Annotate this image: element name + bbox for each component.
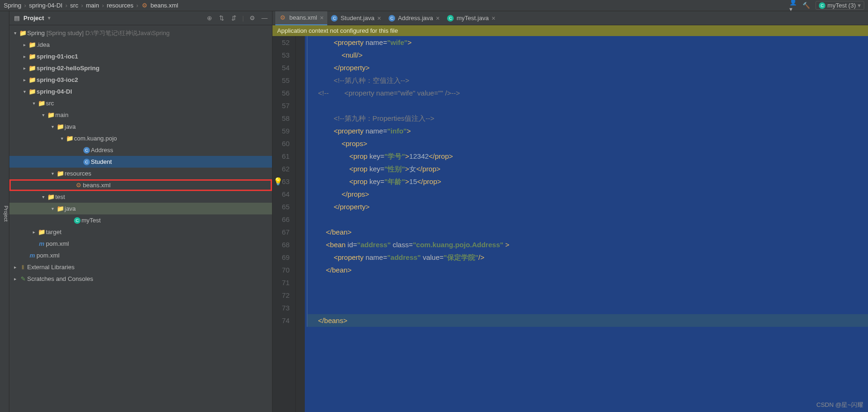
gutter: 5253545556575859606162💡63646566676869707…: [272, 36, 295, 412]
close-icon[interactable]: ×: [320, 14, 324, 22]
root-label: Spring: [27, 29, 45, 37]
breadcrumbs: Spring› spring-04-DI› src› main› resourc…: [4, 2, 789, 9]
build-icon[interactable]: 🔨: [802, 2, 810, 9]
lightbulb-icon[interactable]: 💡: [273, 175, 283, 188]
tree-external[interactable]: ▸⫴External Libraries: [9, 261, 272, 273]
tree-target[interactable]: ▸📁target: [9, 226, 272, 238]
project-panel-header: ▤ Project ▼ ⊕ ⇅ ⇵ | ⚙ —: [9, 11, 272, 25]
top-toolbar: Spring› spring-04-DI› src› main› resourc…: [0, 0, 868, 11]
tree-class-address[interactable]: CAddress: [9, 144, 272, 156]
tab-label: myTest.java: [456, 15, 489, 22]
tree-mod2[interactable]: ▸📁spring-02-helloSpring: [9, 62, 272, 74]
crumb[interactable]: main: [86, 2, 99, 9]
project-side-tab[interactable]: Project: [0, 11, 9, 412]
tree-idea[interactable]: ▸📁.idea: [9, 39, 272, 51]
tree-test[interactable]: ▾📁test: [9, 191, 272, 203]
kotlin-icon: C: [447, 15, 454, 22]
watermark: CSDN @星~闪耀: [817, 401, 863, 409]
tree-pom1[interactable]: mpom.xml: [9, 238, 272, 250]
crumb[interactable]: Spring: [4, 2, 22, 9]
tree-mod1[interactable]: ▸📁spring-01-ioc1: [9, 51, 272, 62]
tree-java[interactable]: ▾📁java: [9, 121, 272, 132]
tree-scratches[interactable]: ▸✎Scratches and Consoles: [9, 273, 272, 285]
panel-title: Project: [23, 15, 44, 22]
crumb[interactable]: beans.xml: [150, 2, 178, 9]
gear-icon[interactable]: ⚙: [249, 15, 256, 22]
crumb[interactable]: src: [70, 2, 78, 9]
user-icon[interactable]: 👤▾: [789, 2, 797, 9]
tree-test-java[interactable]: ▾📁java: [9, 203, 272, 214]
editor-area: ⚙beans.xml×CStudent.java×CAddress.java×C…: [272, 11, 868, 412]
kotlin-icon: C: [819, 2, 825, 9]
tree-mytest[interactable]: CmyTest: [9, 214, 272, 226]
toolbar-right: 👤▾ 🔨 C myTest (3) ▾: [789, 1, 864, 10]
crumb[interactable]: spring-04-DI: [29, 2, 63, 9]
close-icon[interactable]: ×: [377, 15, 381, 22]
hide-icon[interactable]: —: [261, 15, 268, 22]
tree-pom2[interactable]: mpom.xml: [9, 250, 272, 261]
close-icon[interactable]: ×: [436, 15, 440, 22]
editor-tab[interactable]: CStudent.java×: [327, 11, 384, 25]
tree-root[interactable]: ▾📁 Spring [Spring study] D:\学习笔记\狂神说Java…: [9, 27, 272, 39]
tree-pkg[interactable]: ▾📁com.kuang.pojo: [9, 132, 272, 144]
collapse-icon[interactable]: ⇵: [230, 15, 238, 22]
close-icon[interactable]: ×: [492, 15, 495, 22]
tab-label: Address.java: [398, 15, 433, 22]
root-path: D:\学习笔记\狂神说Java\Spring: [85, 29, 169, 37]
editor-tab[interactable]: ⚙beans.xml×: [275, 11, 327, 25]
expand-icon[interactable]: ⇅: [218, 15, 226, 22]
crumb[interactable]: resources: [107, 2, 133, 9]
code-content[interactable]: <property name="wife"> <null/> </propert…: [305, 36, 868, 412]
tree-mod4[interactable]: ▾📁spring-04-DI: [9, 86, 272, 97]
tree-src[interactable]: ▾📁src: [9, 97, 272, 109]
tree-main[interactable]: ▾📁main: [9, 109, 272, 121]
tree-resources[interactable]: ▾📁resources: [9, 168, 272, 179]
project-tree[interactable]: ▾📁 Spring [Spring study] D:\学习笔记\狂神说Java…: [9, 25, 272, 412]
fold-strip: [295, 36, 305, 412]
class-icon: C: [331, 15, 338, 22]
tab-label: beans.xml: [289, 14, 317, 21]
config-notice[interactable]: Application context not configured for t…: [272, 25, 868, 36]
tree-beansxml[interactable]: ⚙beans.xml: [9, 179, 272, 191]
editor-tabs: ⚙beans.xml×CStudent.java×CAddress.java×C…: [272, 11, 868, 25]
run-config-label: myTest (3): [827, 2, 856, 9]
tree-class-student[interactable]: CStudent: [9, 156, 272, 168]
run-config-selector[interactable]: C myTest (3) ▾: [816, 1, 864, 10]
tab-label: Student.java: [340, 15, 374, 22]
xml-icon: ⚙: [279, 14, 287, 22]
root-hint: [Spring study]: [46, 29, 84, 37]
editor-tab[interactable]: CAddress.java×: [385, 11, 443, 25]
project-panel: ▤ Project ▼ ⊕ ⇅ ⇵ | ⚙ — ▾📁 Spring [Sprin…: [9, 11, 272, 412]
editor-tab[interactable]: CmyTest.java×: [443, 11, 499, 25]
tree-mod3[interactable]: ▸📁spring-03-ioc2: [9, 74, 272, 86]
class-icon: C: [389, 15, 395, 22]
code-area[interactable]: 5253545556575859606162💡63646566676869707…: [272, 36, 868, 412]
project-icon: ▤: [13, 15, 21, 22]
locate-icon[interactable]: ⊕: [206, 15, 213, 22]
xml-icon: ⚙: [141, 2, 148, 9]
